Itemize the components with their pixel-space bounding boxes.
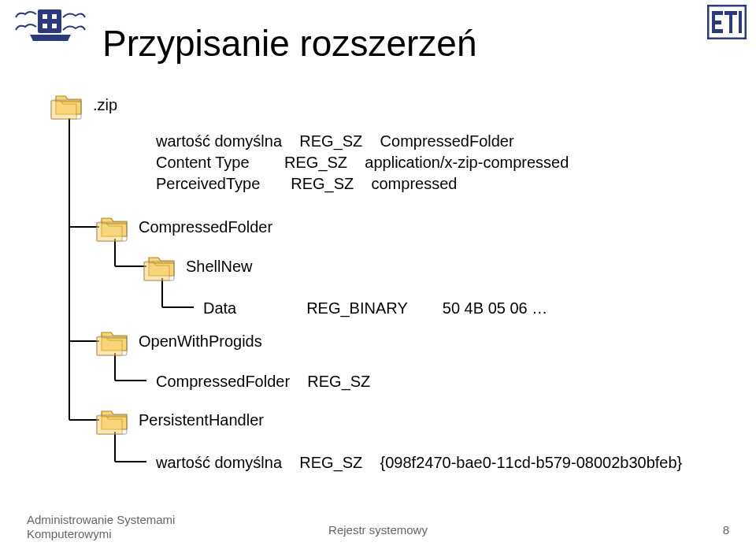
svg-rect-0 <box>38 9 61 33</box>
svg-rect-3 <box>43 24 47 28</box>
svg-rect-7 <box>712 11 723 15</box>
footer-center: Rejestr systemowy <box>0 523 756 537</box>
svg-rect-4 <box>52 24 57 28</box>
svg-rect-1 <box>43 14 47 19</box>
svg-rect-2 <box>52 14 57 19</box>
folder-zip: .zip <box>93 96 117 114</box>
svg-rect-12 <box>739 11 742 33</box>
svg-rect-9 <box>712 29 723 33</box>
folder-compressedfolder: CompressedFolder <box>139 218 272 236</box>
folder-persistenthandler: PersistentHandler <box>139 411 264 429</box>
openwith-value: CompressedFolder REG_SZ <box>156 371 370 392</box>
folder-openwithprogids: OpenWithProgids <box>139 332 262 351</box>
footer-page-number: 8 <box>723 523 729 537</box>
university-crest-icon <box>14 8 87 46</box>
shellnew-value: Data REG_BINARY 50 4B 05 06 … <box>203 298 547 319</box>
slide-title: Przypisanie rozszerzeń <box>102 22 477 65</box>
persistent-value: wartość domyślna REG_SZ {098f2470-bae0-1… <box>156 452 682 473</box>
svg-rect-8 <box>712 20 721 24</box>
eti-logo-icon <box>707 5 747 43</box>
folder-shellnew: ShellNew <box>186 258 252 276</box>
svg-rect-11 <box>729 11 732 33</box>
zip-values: wartość domyślna REG_SZ CompressedFolder… <box>156 131 569 195</box>
